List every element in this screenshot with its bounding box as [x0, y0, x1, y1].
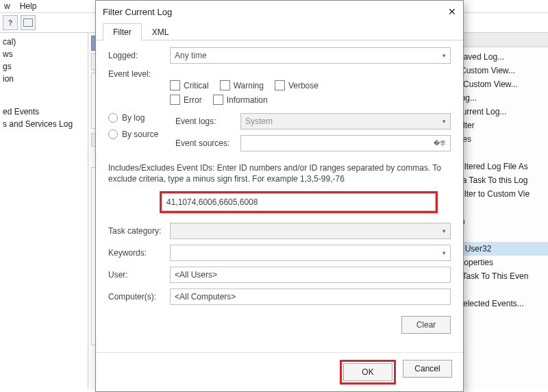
left-tree[interactable]: cal) ws gs ion ed Events s and Services …	[0, 33, 88, 389]
chevron-down-icon: �李	[434, 139, 446, 148]
event-ids-value: 41,1074,6006,6605,6008	[166, 197, 258, 207]
computers-label: Computer(s):	[108, 292, 170, 302]
chk-verbose[interactable]: Verbose	[275, 80, 319, 90]
chk-warning[interactable]: Warning	[220, 80, 264, 90]
keywords-label: Keywords:	[108, 248, 170, 258]
radio-bylog[interactable]: By log	[108, 113, 170, 123]
radio-icon	[108, 130, 118, 139]
tab-filter[interactable]: Filter	[103, 23, 142, 40]
toolbar-button-2[interactable]	[21, 15, 36, 30]
filter-dialog: Filter Current Log ✕ Filter XML Logged: …	[95, 0, 464, 392]
user-input[interactable]: <All Users>	[170, 267, 451, 283]
ok-highlight: OK	[340, 360, 396, 384]
tree-item[interactable]: ws	[3, 48, 86, 60]
dialog-title: Filter Current Log	[103, 7, 172, 17]
computers-input[interactable]: <All Computers>	[170, 289, 451, 305]
radio-bysource[interactable]: By source	[108, 130, 170, 139]
panel-icon	[23, 19, 33, 27]
radio-icon	[108, 113, 118, 123]
chk-error[interactable]: Error	[170, 95, 202, 105]
dialog-footer: OK Cancel	[96, 352, 463, 391]
eventlogs-value: System	[245, 117, 273, 126]
help-icon: ?	[8, 19, 12, 27]
chk-critical[interactable]: Critical	[170, 80, 209, 90]
dialog-titlebar: Filter Current Log ✕	[96, 1, 463, 23]
menu-view[interactable]: w	[4, 1, 10, 11]
chevron-down-icon: ▾	[443, 249, 446, 256]
chk-information[interactable]: Information	[213, 95, 268, 105]
keywords-combo[interactable]: ▾	[170, 245, 451, 261]
chevron-down-icon: ▾	[443, 228, 446, 234]
eventsources-combo[interactable]: �李	[240, 135, 451, 151]
logged-label: Logged:	[108, 51, 170, 60]
checkbox-icon	[213, 95, 223, 105]
eventlogs-combo: System ▾	[240, 113, 451, 130]
checkbox-icon	[275, 80, 285, 90]
tree-item[interactable]: cal)	[3, 36, 86, 48]
tab-xml[interactable]: XML	[142, 23, 179, 40]
eventlevel-label: Event level:	[108, 69, 170, 79]
cancel-button[interactable]: Cancel	[403, 360, 452, 378]
ok-button[interactable]: OK	[343, 363, 393, 381]
toolbar-button-1[interactable]: ?	[3, 15, 18, 30]
checkbox-icon	[170, 80, 180, 90]
event-ids-highlight: 41,1074,6006,6605,6008	[160, 191, 438, 213]
taskcategory-combo: ▾	[170, 223, 451, 239]
event-ids-input[interactable]: 41,1074,6006,6605,6008	[162, 193, 436, 211]
clear-button[interactable]: Clear	[401, 316, 451, 334]
eventlogs-label: Event logs:	[175, 117, 240, 126]
tab-strip: Filter XML	[96, 23, 463, 40]
taskcategory-label: Task category:	[108, 226, 170, 236]
include-exclude-desc: Includes/Excludes Event IDs: Enter ID nu…	[108, 162, 451, 184]
logged-combo[interactable]: Any time ▾	[170, 47, 451, 64]
menu-help[interactable]: Help	[20, 1, 37, 11]
chevron-down-icon: ▾	[443, 118, 446, 125]
eventsources-label: Event sources:	[175, 138, 240, 148]
user-label: User:	[108, 270, 170, 280]
logged-value: Any time	[175, 51, 207, 60]
checkbox-icon	[220, 80, 230, 90]
tree-item[interactable]: ion	[3, 73, 86, 85]
checkbox-icon	[170, 95, 180, 105]
tree-item[interactable]: gs	[3, 60, 86, 73]
tree-item-services[interactable]: s and Services Log	[3, 118, 86, 130]
chevron-down-icon: ▾	[443, 52, 446, 59]
close-icon[interactable]: ✕	[448, 6, 456, 17]
tree-item-saved[interactable]: ed Events	[3, 106, 86, 118]
